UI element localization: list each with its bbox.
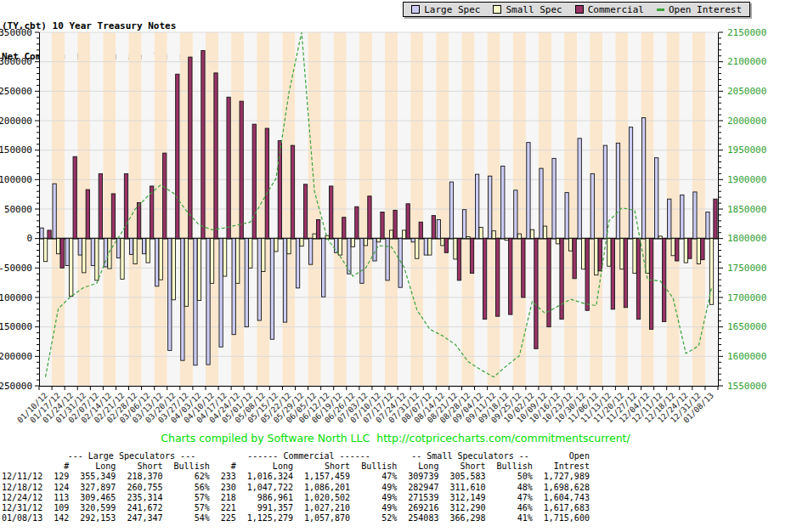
table-cell-value: 247,347 [116,513,162,524]
column-header: Bullish [350,461,397,472]
table-cell-value: 218 [210,493,236,503]
table-row: 12/18/12124327,897260,75556%2301,047,722… [2,483,590,493]
column-header: # [210,461,236,472]
table-cell-value: 57% [163,503,210,513]
table-row: 01/08/13142292,153247,34754%2251,125,279… [2,513,590,524]
table-cell-value: 991,357 [236,503,293,513]
table-cell-value: 62% [163,472,210,482]
column-header: Bullish [486,461,533,472]
svg-text:200000: 200000 [0,116,32,127]
table-cell-value: 241,672 [116,503,162,513]
svg-text:100000: 100000 [0,174,32,185]
table-cell-value: 50% [486,472,533,482]
group-header: --- Large Speculators --- [42,451,210,461]
column-header: Long [397,461,438,472]
table-cell-value: 1,157,459 [293,472,350,482]
svg-text:2050000: 2050000 [727,86,766,97]
svg-text:250000: 250000 [0,86,32,97]
svg-text:1600000: 1600000 [727,351,766,362]
svg-text:2150000: 2150000 [727,27,766,38]
table-row: 12/24/12113309,465235,31457%218986,9611,… [2,493,590,503]
watermark-text: Charts compiled by Software North LLC ht… [0,432,791,444]
table-cell-value: 49% [350,483,397,493]
svg-text:-100000: -100000 [0,292,32,303]
table-cell-value: 49% [350,493,397,503]
table-cell-value: 1,016,324 [236,472,293,482]
group-header: -- Small Speculators -- [397,451,532,461]
table-cell-value: 221 [210,503,236,513]
table-cell-value: 41% [486,513,533,524]
table-cell-date: 12/24/12 [2,493,42,503]
svg-text:2100000: 2100000 [727,56,766,67]
column-header: Intrest [533,461,590,472]
table-cell-value: 1,057,870 [293,513,350,524]
group-header-spacer [2,451,42,461]
svg-text:1800000: 1800000 [727,233,766,244]
table-cell-date: 01/08/13 [2,513,42,524]
cot-table: --- Large Speculators --------- Commerci… [2,451,590,524]
table-cell-value: 271539 [397,493,438,503]
table-cell-value: 366,298 [438,513,485,524]
svg-text:0: 0 [26,233,32,244]
table-cell-value: 235,314 [116,493,162,503]
svg-text:50000: 50000 [4,204,32,215]
group-header: ------ Commercial ------ [210,451,398,461]
table-cell-value: 225 [210,513,236,524]
table-cell-value: 56% [163,483,210,493]
svg-text:-50000: -50000 [0,263,32,274]
column-header: Short [293,461,350,472]
table-cell-value: 230 [210,483,236,493]
table-cell-value: 46% [486,503,533,513]
table-cell-value: 309739 [397,472,438,482]
table-cell-value: 282947 [397,483,438,493]
table-cell-date: 12/11/12 [2,472,42,482]
table-cell-value: 311,610 [438,483,485,493]
table-group-header-row: --- Large Speculators --------- Commerci… [2,451,590,461]
table-cell-value: 113 [42,493,69,503]
table-column-header-row: #LongShortBullish#LongShortBullishLongSh… [2,461,590,472]
table-cell-value: 254083 [397,513,438,524]
table-cell-value: 49% [350,503,397,513]
table-cell-value: 47% [350,472,397,482]
column-header: Long [236,461,293,472]
table-cell-date: 12/31/12 [2,503,42,513]
svg-text:1750000: 1750000 [727,263,766,274]
right-axis-labels: 1550000160000016500001700000175000018000… [727,27,766,392]
column-header [2,461,42,472]
table-cell-value: 1,027,210 [293,503,350,513]
svg-text:2000000: 2000000 [727,116,766,127]
table-cell-value: 292,153 [69,513,116,524]
table-cell-value: 1,125,279 [236,513,293,524]
svg-text:1650000: 1650000 [727,321,766,332]
x-axis-labels: 01/10/1201/17/1201/24/1201/31/1202/07/12… [15,391,715,425]
table-cell-value: 54% [163,513,210,524]
table-row: 12/31/12109320,599241,67257%221991,3571,… [2,503,590,513]
table-cell-value: 1,698,628 [533,483,590,493]
table-cell-value: 312,149 [438,493,485,503]
cot-chart: -250000-200000-150000-100000-50000050000… [0,0,791,432]
cot-chart-page: (TY,cbt) 10 Year Treasury Notes Net Comm… [0,0,791,532]
column-header: Bullish [163,461,210,472]
table-cell-value: 1,617,683 [533,503,590,513]
table-cell-value: 1,727,989 [533,472,590,482]
table-cell-value: 129 [42,472,69,482]
table-cell-value: 124 [42,483,69,493]
table-cell-value: 1,715,600 [533,513,590,524]
group-header: Open [533,451,590,461]
column-header: Long [69,461,116,472]
column-header: Short [116,461,162,472]
table-cell-value: 1,086,201 [293,483,350,493]
table-cell-value: 355,349 [69,472,116,482]
table-cell-value: 327,897 [69,483,116,493]
table-cell-value: 109 [42,503,69,513]
column-header: Short [438,461,485,472]
svg-text:150000: 150000 [0,144,32,156]
svg-text:-200000: -200000 [0,351,32,362]
table-cell-value: 320,599 [69,503,116,513]
table-cell-value: 47% [486,493,533,503]
table-cell-value: 218,370 [116,472,162,482]
svg-text:-150000: -150000 [0,321,32,332]
left-axis-labels: -250000-200000-150000-100000-50000050000… [0,27,32,392]
table-cell-date: 12/18/12 [2,483,42,493]
table-cell-value: 233 [210,472,236,482]
